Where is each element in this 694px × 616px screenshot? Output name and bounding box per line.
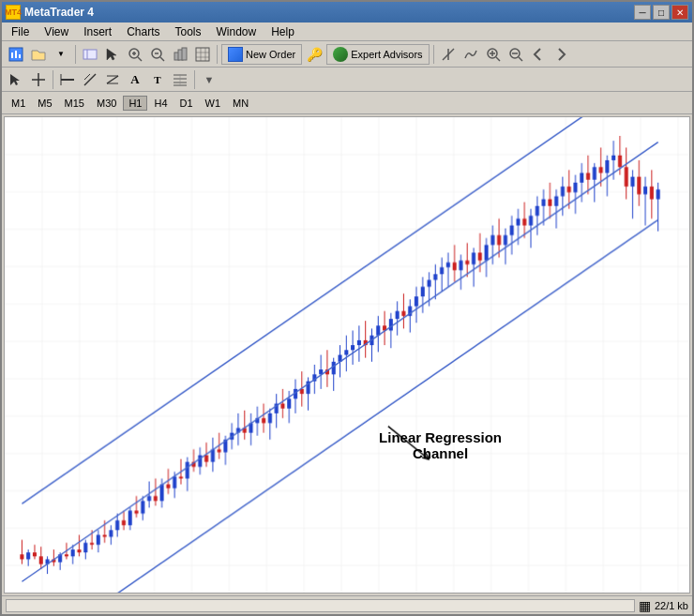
- toolbar-zoom-in[interactable]: [125, 44, 145, 65]
- toolbar-scroll-left[interactable]: [528, 44, 549, 65]
- new-order-button[interactable]: New Order: [221, 44, 302, 65]
- status-bar: ▦ 22/1 kb: [2, 595, 692, 614]
- tool-channel[interactable]: [102, 69, 123, 90]
- toolbar-scroll-right[interactable]: [551, 44, 571, 65]
- svg-line-36: [84, 74, 96, 85]
- toolbar-zoom-chart2[interactable]: [505, 44, 526, 65]
- svg-line-38: [107, 76, 118, 83]
- svg-rect-4: [83, 50, 97, 59]
- status-info: ▦ 22/1 kb: [639, 598, 688, 613]
- separator-3: [433, 45, 434, 64]
- menu-tools[interactable]: Tools: [168, 23, 209, 40]
- status-text: 22/1 kb: [655, 600, 688, 611]
- toolbar-timeframe: M1 M5 M15 M30 H1 H4 D1 W1 MN: [2, 92, 692, 114]
- expert-advisors-label: Expert Advisors: [351, 49, 422, 60]
- grid-icon: ▦: [639, 598, 651, 613]
- tool-color[interactable]: ▼: [199, 69, 219, 90]
- menu-file[interactable]: File: [4, 23, 37, 40]
- new-order-icon: [228, 47, 243, 62]
- svg-marker-6: [107, 49, 116, 60]
- tool-crosshair[interactable]: [28, 69, 49, 90]
- tool-label[interactable]: T: [147, 69, 168, 90]
- maximize-button[interactable]: □: [653, 5, 670, 20]
- separator-5: [194, 70, 195, 89]
- menu-bar: File View Insert Charts Tools Window Hel…: [2, 23, 692, 41]
- separator-1: [75, 45, 76, 64]
- toolbar-profiles[interactable]: [80, 44, 100, 65]
- svg-line-12: [160, 57, 164, 61]
- app-icon: MT4: [6, 5, 21, 20]
- svg-rect-16: [182, 48, 187, 60]
- tool-fibonaci[interactable]: [170, 69, 190, 90]
- menu-help[interactable]: Help: [264, 23, 302, 40]
- svg-line-8: [138, 57, 142, 61]
- menu-view[interactable]: View: [37, 23, 76, 40]
- chart-area[interactable]: Linear Regression Channel: [4, 116, 690, 593]
- tool-arrow[interactable]: [6, 69, 26, 90]
- toolbar-grid[interactable]: [192, 44, 213, 65]
- svg-line-37: [84, 74, 90, 80]
- tf-h4[interactable]: H4: [148, 96, 173, 111]
- expert-icon: [333, 47, 348, 62]
- toolbar-drawing: A T ▼: [2, 68, 692, 92]
- tool-trendline[interactable]: [80, 69, 100, 90]
- svg-marker-31: [10, 74, 20, 85]
- new-order-label: New Order: [246, 49, 295, 60]
- menu-insert[interactable]: Insert: [76, 23, 119, 40]
- toolbar-open[interactable]: [28, 44, 49, 65]
- toolbar-main: ▼: [2, 41, 692, 68]
- toolbar-zoom-chart[interactable]: [483, 44, 504, 65]
- toolbar-indicators1[interactable]: [438, 44, 459, 65]
- toolbar-properties[interactable]: [170, 44, 190, 65]
- horizontal-scrollbar[interactable]: [6, 599, 635, 612]
- close-button[interactable]: ✕: [671, 5, 688, 20]
- toolbar-new-chart[interactable]: [6, 44, 26, 65]
- menu-window[interactable]: Window: [209, 23, 264, 40]
- menu-charts[interactable]: Charts: [119, 23, 167, 40]
- separator-4: [53, 70, 53, 89]
- svg-line-29: [519, 57, 522, 61]
- expert-advisors-button[interactable]: Expert Advisors: [326, 44, 429, 65]
- toolbar-zoom-out[interactable]: [147, 44, 168, 65]
- minimize-button[interactable]: ─: [634, 5, 651, 20]
- tool-text[interactable]: A: [125, 69, 145, 90]
- toolbar-dropdown[interactable]: ▼: [51, 44, 71, 65]
- tf-w1[interactable]: W1: [200, 96, 227, 111]
- tool-hline[interactable]: [57, 69, 78, 90]
- tf-m5[interactable]: M5: [32, 96, 57, 111]
- toolbar-key[interactable]: 🔑: [304, 44, 324, 65]
- toolbar-cursor[interactable]: [102, 44, 123, 65]
- main-window: MT4 MetaTrader 4 ─ □ ✕ File View Insert …: [0, 0, 694, 616]
- svg-rect-17: [196, 48, 209, 61]
- tf-mn[interactable]: MN: [227, 96, 254, 111]
- tf-m1[interactable]: M1: [6, 96, 31, 111]
- tf-m30[interactable]: M30: [91, 96, 122, 111]
- window-title: MetaTrader 4: [24, 6, 94, 19]
- title-bar: MT4 MetaTrader 4 ─ □ ✕: [2, 2, 692, 23]
- tf-m15[interactable]: M15: [59, 96, 90, 111]
- title-controls: ─ □ ✕: [634, 5, 688, 20]
- tf-h1[interactable]: H1: [123, 96, 147, 111]
- tf-d1[interactable]: D1: [174, 96, 199, 111]
- title-bar-left: MT4 MetaTrader 4: [6, 5, 94, 20]
- toolbar-indicators2[interactable]: [460, 44, 481, 65]
- candlestick-chart: [5, 117, 689, 593]
- svg-line-25: [496, 57, 500, 61]
- separator-2: [217, 45, 218, 64]
